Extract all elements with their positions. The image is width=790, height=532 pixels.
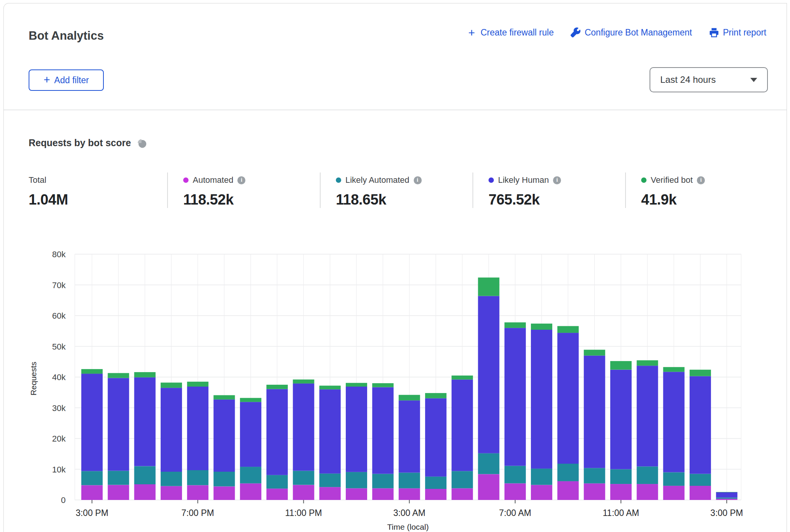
bar-segment-verified-bot[interactable] — [716, 492, 737, 492]
bar-segment-verified-bot[interactable] — [134, 372, 156, 377]
bar-segment-automated[interactable] — [346, 488, 367, 500]
bar-segment-likely-human[interactable] — [346, 387, 367, 472]
bar-segment-automated[interactable] — [161, 486, 182, 500]
bar-segment-automated[interactable] — [108, 485, 129, 500]
bar-segment-verified-bot[interactable] — [319, 386, 341, 390]
bar-segment-automated[interactable] — [372, 488, 393, 500]
bar-segment-likely-human[interactable] — [557, 333, 579, 464]
bar-segment-verified-bot[interactable] — [293, 379, 314, 384]
bar-segment-likely-automated[interactable] — [319, 474, 341, 487]
bar-segment-automated[interactable] — [557, 481, 579, 500]
bar-segment-automated[interactable] — [584, 484, 605, 500]
bar-segment-likely-automated[interactable] — [663, 472, 685, 486]
bar-segment-automated[interactable] — [610, 484, 632, 500]
action-link-print-report[interactable]: Print report — [709, 27, 766, 38]
bar-segment-verified-bot[interactable] — [690, 370, 711, 376]
bar-segment-likely-human[interactable] — [214, 400, 235, 472]
bar-segment-likely-human[interactable] — [716, 492, 737, 498]
bar-segment-automated[interactable] — [399, 488, 420, 500]
bar-segment-automated[interactable] — [716, 499, 737, 500]
bar-segment-automated[interactable] — [690, 486, 711, 500]
bar-segment-likely-human[interactable] — [637, 366, 658, 466]
bar-segment-likely-automated[interactable] — [81, 471, 103, 485]
bar-segment-verified-bot[interactable] — [505, 322, 526, 328]
bar-segment-likely-automated[interactable] — [584, 468, 605, 483]
time-range-select[interactable]: Last 24 hours — [650, 67, 768, 92]
bar-segment-automated[interactable] — [240, 484, 261, 500]
info-icon[interactable]: i — [553, 176, 561, 184]
bar-segment-verified-bot[interactable] — [425, 393, 447, 398]
action-link-create-firewall-rule[interactable]: +Create firewall rule — [466, 27, 554, 38]
bar-segment-likely-automated[interactable] — [557, 464, 579, 481]
bar-segment-automated[interactable] — [451, 488, 473, 500]
bar-segment-likely-human[interactable] — [425, 398, 447, 477]
bar-segment-verified-bot[interactable] — [214, 395, 235, 400]
bar-segment-verified-bot[interactable] — [108, 373, 129, 378]
bar-segment-automated[interactable] — [187, 485, 208, 500]
bar-segment-verified-bot[interactable] — [557, 326, 579, 333]
bar-segment-likely-automated[interactable] — [266, 475, 288, 488]
bar-segment-verified-bot[interactable] — [584, 350, 605, 355]
bar-segment-likely-human[interactable] — [399, 400, 420, 472]
bar-segment-likely-automated[interactable] — [425, 477, 447, 489]
bar-segment-likely-human[interactable] — [610, 370, 632, 469]
bar-segment-likely-automated[interactable] — [214, 472, 235, 487]
bar-segment-likely-automated[interactable] — [531, 469, 552, 485]
bar-segment-automated[interactable] — [531, 485, 552, 500]
add-filter-button[interactable]: + Add filter — [29, 69, 104, 91]
bar-segment-likely-human[interactable] — [134, 377, 156, 466]
bar-segment-likely-automated[interactable] — [240, 467, 261, 484]
bar-segment-likely-human[interactable] — [319, 389, 341, 474]
bar-segment-likely-automated[interactable] — [108, 471, 129, 485]
bar-segment-verified-bot[interactable] — [187, 382, 208, 387]
bar-segment-likely-automated[interactable] — [372, 474, 393, 488]
bar-segment-automated[interactable] — [425, 489, 447, 500]
bar-segment-automated[interactable] — [81, 485, 103, 500]
bar-segment-likely-human[interactable] — [663, 372, 685, 472]
bar-segment-likely-human[interactable] — [531, 330, 552, 469]
bar-segment-automated[interactable] — [134, 484, 156, 500]
bar-segment-likely-human[interactable] — [108, 378, 129, 471]
bar-segment-verified-bot[interactable] — [372, 383, 393, 387]
bar-segment-verified-bot[interactable] — [81, 369, 103, 374]
bar-segment-likely-automated[interactable] — [346, 472, 367, 488]
bar-segment-likely-automated[interactable] — [187, 470, 208, 485]
info-icon[interactable]: i — [414, 176, 422, 184]
bar-segment-automated[interactable] — [266, 488, 288, 500]
bar-segment-verified-bot[interactable] — [346, 383, 367, 387]
bar-segment-verified-bot[interactable] — [610, 361, 632, 370]
bar-segment-verified-bot[interactable] — [451, 376, 473, 380]
bar-segment-automated[interactable] — [293, 485, 314, 500]
action-link-configure-bot-management[interactable]: Configure Bot Management — [571, 27, 692, 38]
bar-segment-verified-bot[interactable] — [161, 383, 182, 388]
bar-segment-verified-bot[interactable] — [531, 324, 552, 330]
bar-segment-likely-human[interactable] — [161, 388, 182, 472]
bar-segment-verified-bot[interactable] — [399, 395, 420, 401]
bar-segment-likely-human[interactable] — [478, 296, 500, 453]
bar-segment-likely-automated[interactable] — [293, 471, 314, 485]
bar-segment-likely-human[interactable] — [187, 387, 208, 470]
info-icon[interactable]: i — [697, 176, 705, 184]
bar-segment-likely-human[interactable] — [451, 379, 473, 471]
bar-segment-likely-human[interactable] — [240, 402, 261, 467]
bar-segment-verified-bot[interactable] — [663, 367, 685, 372]
bar-segment-likely-automated[interactable] — [610, 469, 632, 484]
bar-segment-automated[interactable] — [319, 487, 341, 500]
bar-segment-verified-bot[interactable] — [266, 385, 288, 389]
bar-segment-likely-automated[interactable] — [161, 472, 182, 486]
bar-segment-verified-bot[interactable] — [637, 360, 658, 366]
bar-segment-likely-automated[interactable] — [505, 466, 526, 484]
bar-segment-likely-automated[interactable] — [690, 474, 711, 486]
bar-segment-likely-human[interactable] — [584, 356, 605, 468]
bar-segment-automated[interactable] — [505, 484, 526, 500]
bar-segment-automated[interactable] — [214, 487, 235, 500]
bar-segment-likely-human[interactable] — [81, 374, 103, 471]
info-icon[interactable]: i — [237, 176, 245, 184]
bar-segment-likely-automated[interactable] — [716, 498, 737, 499]
bar-segment-automated[interactable] — [663, 486, 685, 500]
bar-segment-verified-bot[interactable] — [240, 398, 261, 402]
bar-segment-likely-automated[interactable] — [637, 466, 658, 484]
bar-segment-likely-human[interactable] — [372, 387, 393, 474]
bar-segment-automated[interactable] — [478, 474, 500, 500]
bar-segment-likely-automated[interactable] — [134, 466, 156, 485]
